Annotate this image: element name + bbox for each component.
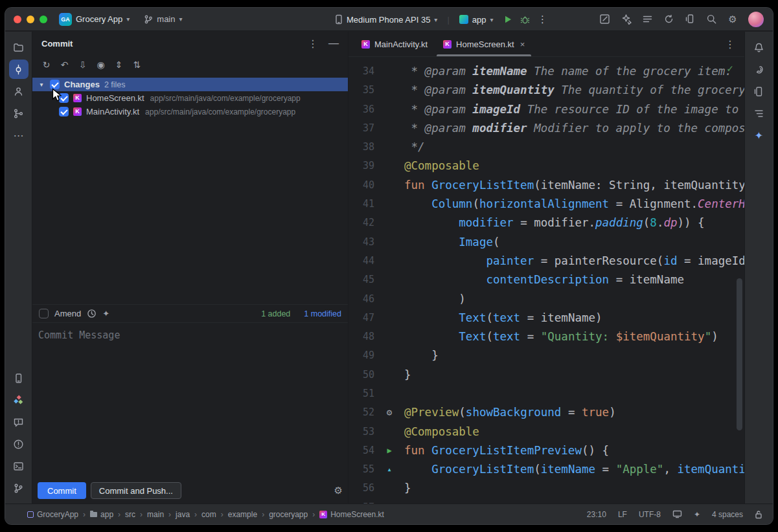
user-avatar[interactable] (748, 12, 764, 27)
branch-selector[interactable]: main ▾ (141, 12, 185, 26)
breadcrumb-item[interactable]: groceryapp (269, 510, 308, 519)
code-text[interactable]: @Composable (404, 159, 744, 172)
merge-tool-button[interactable] (9, 104, 29, 123)
minimize-window-button[interactable] (27, 16, 34, 23)
breadcrumb-item[interactable]: example (228, 510, 257, 519)
write-access-widget[interactable] (755, 510, 762, 519)
line-number[interactable]: 34 (349, 65, 374, 77)
commit-tool-button[interactable] (9, 60, 29, 79)
code-line[interactable]: 50} (349, 365, 744, 384)
line-number[interactable]: 46 (349, 293, 374, 305)
code-text[interactable]: contentDescription = itemName (404, 273, 744, 286)
terminal-tool-button[interactable] (9, 456, 29, 476)
code-line[interactable]: 33 (349, 57, 744, 61)
tab-mainactivity[interactable]: K MainActivity.kt (354, 32, 435, 56)
gemini-tool-button[interactable]: ✦ (749, 126, 769, 145)
close-tab-button[interactable]: × (520, 39, 525, 49)
pull-requests-tool-button[interactable] (9, 82, 29, 101)
line-number[interactable]: 41 (349, 198, 374, 210)
code-line[interactable]: 47 Text(text = itemName) (349, 308, 744, 327)
running-devices-tool-button[interactable] (9, 368, 29, 388)
code-text[interactable]: * @param itemQuantity The quantity of th… (404, 83, 744, 96)
code-line[interactable]: 37 * @param modifier Modifier to apply t… (349, 118, 744, 137)
line-number[interactable]: 47 (349, 312, 374, 324)
code-line[interactable]: 56} (349, 479, 744, 498)
code-line[interactable]: 34 * @param itemName The name of the gro… (349, 61, 744, 80)
breadcrumb-item[interactable]: src (125, 510, 135, 519)
line-number[interactable]: 45 (349, 274, 374, 285)
code-line[interactable]: 52⚙@Preview(showBackground = true) (349, 403, 744, 422)
breadcrumb-item[interactable]: main (147, 510, 164, 519)
display-widget[interactable] (672, 510, 682, 518)
rollback-button[interactable]: ↶ (57, 58, 72, 72)
code-line[interactable]: 35 * @param itemQuantity The quantity of… (349, 81, 744, 100)
code-line[interactable]: 39@Composable (349, 157, 744, 175)
shelve-button[interactable]: ⇩ (75, 58, 90, 72)
line-number[interactable]: 53 (349, 426, 374, 438)
code-text[interactable]: Column(horizontalAlignment = Alignment.C… (404, 197, 744, 210)
code-text[interactable]: * @param modifier Modifier to apply to t… (404, 122, 744, 135)
show-diff-button[interactable]: ◉ (93, 58, 108, 72)
device-manager-tool-button[interactable] (749, 82, 769, 101)
code-text[interactable]: modifier = modifier.padding(8.dp)) { (404, 216, 744, 229)
code-line[interactable]: 55▴ GroceryListItem(itemName = "Apple", … (349, 460, 744, 479)
changes-checkbox[interactable] (50, 80, 60, 89)
line-number[interactable]: 42 (349, 217, 374, 228)
code-text[interactable]: ) (404, 293, 744, 305)
sync-project-button[interactable] (663, 14, 674, 25)
code-line[interactable]: 38 */ (349, 137, 744, 156)
close-window-button[interactable] (14, 16, 21, 23)
chevron-down-icon[interactable]: ▾ (38, 81, 45, 88)
problems-tool-button[interactable] (9, 434, 29, 454)
line-number[interactable]: 35 (349, 84, 374, 96)
code-editor[interactable]: ✓ 3334 * @param itemName The name of the… (349, 57, 744, 504)
line-number[interactable]: 43 (349, 236, 374, 248)
line-number[interactable]: 33 (349, 57, 374, 58)
file-row[interactable]: KHomeScreen.ktapp/src/main/java/com/exam… (32, 91, 348, 105)
breadcrumb-item[interactable]: KHomeScreen.kt (319, 510, 384, 519)
device-selector[interactable]: Medium Phone API 35 ▾ (332, 12, 440, 27)
amend-checkbox[interactable] (39, 309, 49, 318)
code-text[interactable]: Text(text = "Quantity: $itemQuantity") (404, 330, 744, 343)
line-number[interactable]: 51 (349, 388, 374, 399)
line-number[interactable]: 40 (349, 179, 374, 191)
commit-history-button[interactable] (87, 309, 97, 318)
line-number[interactable]: 55 (349, 463, 374, 475)
line-number[interactable]: 37 (349, 122, 374, 134)
device-mirroring-button[interactable] (684, 14, 696, 25)
code-text[interactable]: * @param imageId The resource ID of the … (404, 103, 744, 116)
encoding-widget[interactable]: UTF-8 (639, 510, 661, 519)
commit-and-push-button[interactable]: Commit and Push... (91, 482, 181, 499)
line-number[interactable]: 38 (349, 141, 374, 153)
code-line[interactable]: 40fun GroceryListItem(itemName: String, … (349, 175, 744, 194)
project-selector[interactable]: GA Grocery App ▾ (56, 11, 132, 28)
gear-gutter-icon[interactable]: ⚙ (374, 407, 404, 417)
code-line[interactable]: 42 modifier = modifier.padding(8.dp)) { (349, 214, 744, 232)
collapse-all-button[interactable]: ⇅ (130, 58, 144, 72)
cursor-position-widget[interactable]: 23:10 (587, 510, 606, 519)
code-text[interactable]: * @param itemName The name of the grocer… (404, 65, 744, 78)
code-text[interactable]: fun GroceryListItemPreview() { (404, 444, 744, 457)
project-tool-button[interactable] (9, 38, 29, 57)
structure-tool-button[interactable] (749, 104, 769, 123)
zoom-window-button[interactable] (40, 16, 47, 23)
code-text[interactable]: GroceryListItem(itemName = "Apple", item… (404, 463, 744, 476)
commit-settings-button[interactable]: ⚙ (334, 485, 343, 496)
commit-button[interactable]: Commit (38, 482, 86, 499)
line-number[interactable]: 39 (349, 160, 374, 172)
code-line[interactable]: 36 * @param imageId The resource ID of t… (349, 100, 744, 118)
breadcrumb-item[interactable]: app (90, 510, 113, 519)
app-quality-insights-tool-button[interactable] (9, 412, 29, 432)
line-number[interactable]: 48 (349, 331, 374, 342)
code-line[interactable]: 51 (349, 384, 744, 403)
gradle-tool-button[interactable] (749, 60, 769, 79)
more-tool-windows-button[interactable]: ⋯ (9, 126, 29, 145)
refresh-changes-button[interactable]: ↻ (39, 58, 54, 72)
code-line[interactable]: 53@Composable (349, 422, 744, 441)
breadcrumb-item[interactable]: com (201, 510, 216, 519)
line-number[interactable]: 52 (349, 406, 374, 418)
notifications-tool-button[interactable] (749, 38, 769, 57)
file-checkbox[interactable] (59, 93, 69, 103)
code-line[interactable]: 46 ) (349, 289, 744, 308)
ai-actions-button[interactable] (620, 14, 632, 25)
